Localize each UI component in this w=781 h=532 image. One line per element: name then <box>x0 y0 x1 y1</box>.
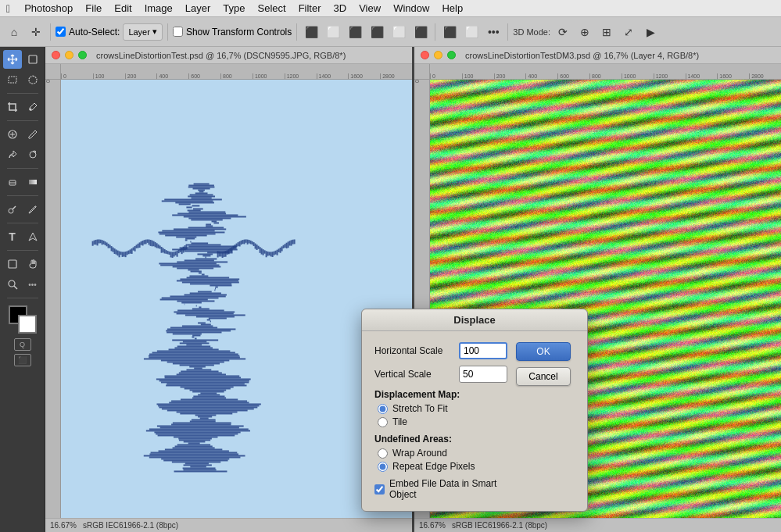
ok-button[interactable]: OK <box>516 342 571 361</box>
brush-tool[interactable] <box>23 125 42 144</box>
canvas-left-viewport[interactable] <box>61 80 412 518</box>
ruler-tick: 1000 <box>622 73 654 79</box>
ruler-tick: 1400 <box>317 73 349 79</box>
extra-tool[interactable]: ••• <box>23 275 42 294</box>
crop-tool[interactable] <box>3 98 22 116</box>
menu-3d[interactable]: 3D <box>329 0 352 16</box>
dialog-titlebar: Displace <box>362 309 587 331</box>
artboard-tool[interactable] <box>23 50 42 69</box>
3d-mode-label: 3D Mode: <box>513 27 550 37</box>
distribute2-icon[interactable]: ⬜ <box>462 23 481 41</box>
cancel-button[interactable]: Cancel <box>516 367 571 386</box>
zoom-tool[interactable] <box>3 275 22 294</box>
lasso-tool[interactable] <box>23 70 42 89</box>
show-transform-checkbox[interactable] <box>173 27 183 37</box>
dialog-title: Displace <box>453 314 495 326</box>
ruler-tick: 400 <box>156 73 188 79</box>
canvas-right-minimize-button[interactable] <box>434 51 442 59</box>
horizontal-scale-row: Horizontal Scale <box>374 342 508 359</box>
menubar:  Photoshop File Edit Image Layer Type S… <box>0 0 781 17</box>
left-canvas-element <box>61 80 412 518</box>
apple-logo-icon[interactable]:  <box>6 2 10 15</box>
move-tool[interactable] <box>3 50 22 69</box>
gradient-tool[interactable] <box>23 173 42 191</box>
path-selection-tool[interactable] <box>23 227 42 246</box>
canvas-right-status: 16.67% sRGB IEC61966-2.1 (8bpc) <box>414 518 781 532</box>
horizontal-scale-input[interactable] <box>459 342 507 359</box>
layer-dropdown-button[interactable]: Layer ▾ <box>123 23 163 41</box>
wrap-around-radio[interactable] <box>378 448 388 459</box>
eraser-tool[interactable] <box>3 173 22 191</box>
vertical-scale-input[interactable] <box>459 366 507 383</box>
align-left-icon[interactable]: ⬛ <box>302 23 321 41</box>
embed-checkbox-row: Embed File Data in Smart Object <box>374 478 508 500</box>
tile-radio[interactable] <box>378 417 388 427</box>
quick-mask-icon[interactable]: ⬛ <box>14 354 31 366</box>
pen-tool[interactable] <box>23 200 42 219</box>
undefined-areas-radio-group: Wrap Around Repeat Edge Pixels <box>378 448 508 472</box>
ruler-tick: 1000 <box>253 73 285 79</box>
repeat-edge-radio[interactable] <box>378 462 388 472</box>
svg-rect-0 <box>29 55 37 63</box>
ruler-tick: 1200 <box>285 73 317 79</box>
stretch-to-fit-radio[interactable] <box>378 404 388 414</box>
3d-icon-3[interactable]: ⊞ <box>597 23 616 41</box>
align-bottom-icon[interactable]: ⬛ <box>411 23 430 41</box>
3d-icon-4[interactable]: ⤢ <box>619 23 638 41</box>
dialog-button-group: OK Cancel <box>516 342 575 500</box>
canvas-right-profile: sRGB IEC61966-2.1 (8bpc) <box>452 521 547 530</box>
dodge-tool[interactable] <box>3 200 22 219</box>
rectangular-marquee-tool[interactable] <box>3 70 22 89</box>
align-middle-icon[interactable]: ⬜ <box>389 23 408 41</box>
ruler-corner-left <box>45 64 61 80</box>
history-brush-tool[interactable] <box>23 145 42 164</box>
canvas-right-maximize-button[interactable] <box>447 51 456 59</box>
menu-type[interactable]: Type <box>218 0 249 16</box>
ruler-tick: 1600 <box>717 73 749 79</box>
canvas-close-button[interactable] <box>52 51 60 59</box>
color-swatches[interactable] <box>9 305 37 334</box>
ruler-tick: 800 <box>220 73 253 79</box>
menu-file[interactable]: File <box>81 0 106 16</box>
spot-heal-tool[interactable] <box>3 125 22 144</box>
align-right-icon[interactable]: ⬛ <box>346 23 364 41</box>
eyedropper-tool[interactable] <box>23 98 42 116</box>
menu-help[interactable]: Help <box>437 0 468 16</box>
hand-tool[interactable] <box>23 255 42 273</box>
menu-layer[interactable]: Layer <box>181 0 216 16</box>
background-color[interactable] <box>18 315 37 334</box>
ruler-tick: 2800 <box>749 73 781 79</box>
menu-filter[interactable]: Filter <box>294 0 326 16</box>
3d-icon-5[interactable]: ▶ <box>641 23 660 41</box>
standard-mode-icon[interactable]: Q <box>14 338 31 351</box>
toolbar-separator-3 <box>296 23 297 41</box>
type-tool[interactable]: T <box>3 227 22 246</box>
3d-icon-1[interactable]: ⟳ <box>554 23 572 41</box>
menu-select[interactable]: Select <box>253 0 291 16</box>
align-top-icon[interactable]: ⬛ <box>367 23 386 41</box>
home-button[interactable]: ⌂ <box>5 23 23 41</box>
menu-view[interactable]: View <box>354 0 385 16</box>
menu-window[interactable]: Window <box>389 0 434 16</box>
tool-group-type: T <box>2 227 43 246</box>
canvas-left-titlebar: crowsLineDistortionTest.psd @ 16,7% (DSC… <box>45 47 412 64</box>
dialog-body: Horizontal Scale Vertical Scale Displace… <box>362 331 587 511</box>
distribute-icon[interactable]: ⬛ <box>440 23 459 41</box>
clone-stamp-tool[interactable] <box>3 145 22 164</box>
menu-photoshop[interactable]: Photoshop <box>20 0 77 16</box>
shape-tool[interactable] <box>3 255 22 273</box>
auto-select-checkbox[interactable] <box>56 27 66 37</box>
canvas-minimize-button[interactable] <box>65 51 73 59</box>
menu-edit[interactable]: Edit <box>109 0 136 16</box>
move-tool-button[interactable]: ✛ <box>27 23 45 41</box>
menu-image[interactable]: Image <box>140 0 177 16</box>
more-button[interactable]: ••• <box>484 23 503 41</box>
canvas-right-close-button[interactable] <box>421 51 429 59</box>
tool-group-clone <box>2 145 43 164</box>
align-center-icon[interactable]: ⬜ <box>324 23 342 41</box>
canvas-maximize-button[interactable] <box>78 51 87 59</box>
repeat-edge-row: Repeat Edge Pixels <box>378 461 508 472</box>
ruler-vertical-left: 02468 <box>45 80 61 518</box>
embed-checkbox[interactable] <box>374 484 385 495</box>
3d-icon-2[interactable]: ⊕ <box>575 23 594 41</box>
